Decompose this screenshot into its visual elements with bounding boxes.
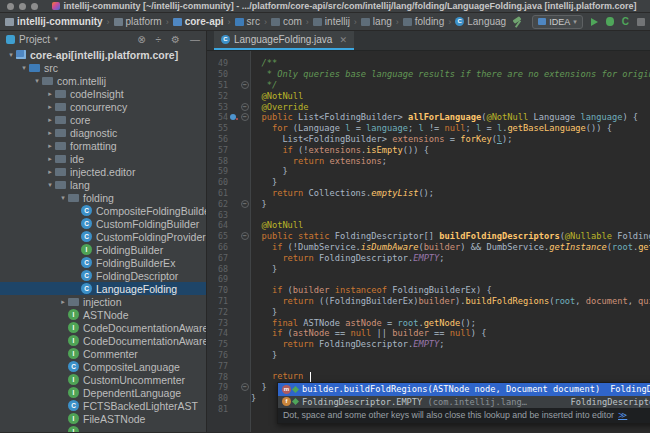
code-line-56[interactable]: 56 List<FoldingBuilder> extensions = for… — [207, 134, 650, 145]
fold-marker-icon[interactable]: − — [238, 103, 251, 111]
code-line-72[interactable]: 72 } — [207, 306, 650, 317]
expand-arrow-icon[interactable]: ▸ — [45, 155, 55, 163]
tab-languagefolding-java[interactable]: C LanguageFolding.java ✕ — [214, 31, 354, 50]
breadcrumb-item-folding[interactable]: folding — [403, 16, 444, 27]
breadcrumb-item-intellij[interactable]: intellij — [313, 16, 350, 27]
code-line-70[interactable]: 70 if (builder instanceof FoldingBuilder… — [207, 285, 650, 296]
expand-arrow-icon[interactable]: ▸ — [45, 103, 55, 111]
tree-item-FCTSBackedLighterAST[interactable]: CFCTSBackedLighterAST — [0, 399, 206, 412]
tree-item-ASTNode[interactable]: IASTNode — [0, 308, 206, 321]
code-line-75[interactable]: 75 return FoldingDescriptor.EMPTY; — [207, 339, 650, 350]
tree-item-FileASTNode[interactable]: IFileASTNode — [0, 412, 206, 425]
tree-item-lang[interactable]: ▾lang — [0, 178, 206, 191]
hide-panel-icon[interactable]: — — [190, 34, 200, 45]
expand-arrow-icon[interactable]: ▸ — [45, 90, 55, 98]
debug-icon[interactable] — [606, 17, 614, 26]
code-line-54[interactable]: 54− public List<FoldingBuilder> allForLa… — [207, 112, 650, 123]
code-editor[interactable]: 49 /**50 * Only queries base language re… — [207, 51, 650, 432]
code-line-52[interactable]: 52 @NotNull — [207, 90, 650, 101]
breadcrumb-item-lang[interactable]: lang — [361, 16, 392, 27]
tree-item-ide[interactable]: ▸ide — [0, 152, 206, 165]
tree-item-LanguageFolding[interactable]: CLanguageFolding — [0, 282, 206, 295]
tree-item-clipped[interactable]: I — [0, 425, 206, 432]
minimize-button[interactable] — [19, 3, 26, 10]
code-line-66[interactable]: 66 if (!DumbService.isDumbAware(builder)… — [207, 242, 650, 253]
tree-item-FoldingBuilderEx[interactable]: CFoldingBuilderEx — [0, 256, 206, 269]
run-icon[interactable] — [591, 18, 598, 26]
tree-item-CompositeLanguage[interactable]: CCompositeLanguage — [0, 360, 206, 373]
tree-item-FoldingBuilder[interactable]: IFoldingBuilder — [0, 243, 206, 256]
code-line-53[interactable]: 53− @Override — [207, 101, 650, 112]
expand-arrow-icon[interactable]: ▸ — [45, 142, 55, 150]
tree-item-codeInsight[interactable]: ▸codeInsight — [0, 87, 206, 100]
collapse-arrow-icon[interactable]: ▾ — [45, 181, 55, 189]
code-line-77[interactable]: 77 — [207, 360, 650, 371]
tree-item-CompositeFoldingBuilder[interactable]: CCompositeFoldingBuilder — [0, 204, 206, 217]
tree-item-CodeDocumentationAwareCo[interactable]: ICodeDocumentationAwareCo — [0, 334, 206, 347]
tree-item-CustomFoldingBuilder[interactable]: CCustomFoldingBuilder — [0, 217, 206, 230]
close-tab-icon[interactable]: ✕ — [339, 35, 347, 45]
code-line-71[interactable]: 71 return ((FoldingBuilderEx)builder).bu… — [207, 296, 650, 307]
run-configuration-select[interactable]: IDEA ▾ — [532, 15, 583, 29]
completion-item[interactable]: fFoldingDescriptor.EMPTY (com.intellij.l… — [278, 396, 650, 409]
code-line-69[interactable]: 69 — [207, 274, 650, 285]
project-view-chevron-icon[interactable]: ▾ — [54, 35, 58, 43]
tree-item-injected.editor[interactable]: ▸injected.editor — [0, 165, 206, 178]
tree-item-CustomFoldingProvider[interactable]: CCustomFoldingProvider — [0, 230, 206, 243]
code-line-49[interactable]: 49 /** — [207, 58, 650, 69]
expand-arrow-icon[interactable]: ▸ — [45, 116, 55, 124]
expand-arrow-icon[interactable]: ▸ — [58, 298, 68, 306]
code-line-76[interactable]: 76 } — [207, 350, 650, 361]
breadcrumb-item-platform[interactable]: platform — [114, 16, 162, 27]
coverage-icon[interactable]: C — [622, 17, 629, 27]
code-line-60[interactable]: 60 } — [207, 177, 650, 188]
code-line-68[interactable]: 68 } — [207, 263, 650, 274]
tree-item-core-api[interactable]: ▾core-api [intellij.platform.core] — [0, 48, 206, 61]
tree-item-src[interactable]: ▾src — [0, 61, 206, 74]
tree-item-CodeDocumentationAwareCo[interactable]: ICodeDocumentationAwareCo — [0, 321, 206, 334]
build-hammer-icon[interactable] — [512, 16, 524, 28]
code-line-58[interactable]: 58 return extensions; — [207, 155, 650, 166]
fold-marker-icon[interactable]: − — [238, 200, 251, 208]
code-line-64[interactable]: 64 @NotNull — [207, 220, 650, 231]
tree-item-diagnostic[interactable]: ▸diagnostic — [0, 126, 206, 139]
tree-item-com.intellij[interactable]: ▾com.intellij — [0, 74, 206, 87]
code-line-78[interactable]: 78 return — [207, 371, 650, 382]
breadcrumb-item-intellij-community[interactable]: intellij-community — [5, 16, 103, 27]
tree-item-concurrency[interactable]: ▸concurrency — [0, 100, 206, 113]
breadcrumb-item-LanguageFolding[interactable]: CLanguageFolding — [455, 16, 506, 27]
code-line-63[interactable]: 63 — [207, 209, 650, 220]
code-line-67[interactable]: 67 return FoldingDescriptor.EMPTY; — [207, 252, 650, 263]
breadcrumb-item-core-api[interactable]: core-api — [173, 16, 224, 27]
locate-file-icon[interactable]: ⊗ — [137, 34, 145, 45]
completion-more-link[interactable]: ≫ — [618, 410, 627, 420]
collapse-arrow-icon[interactable]: ▾ — [58, 194, 68, 202]
tree-item-injection[interactable]: ▸injection — [0, 295, 206, 308]
completion-item[interactable]: mbuilder.buildFoldRegions(ASTNode node, … — [278, 383, 650, 396]
fold-marker-icon[interactable]: − — [238, 113, 251, 121]
tree-item-formatting[interactable]: ▸formatting — [0, 139, 206, 152]
collapse-arrow-icon[interactable]: ▾ — [19, 64, 29, 72]
close-button[interactable] — [7, 3, 14, 10]
fold-marker-icon[interactable]: − — [238, 383, 251, 391]
collapse-all-icon[interactable]: ÷ — [156, 34, 162, 45]
expand-arrow-icon[interactable]: ▸ — [45, 168, 55, 176]
code-line-50[interactable]: 50 * Only queries base language results … — [207, 69, 650, 80]
collapse-arrow-icon[interactable]: ▾ — [32, 77, 42, 85]
code-line-51[interactable]: 51− */ — [207, 80, 650, 91]
code-line-55[interactable]: 55 for (Language l = language; l != null… — [207, 123, 650, 134]
code-line-62[interactable]: 62− } — [207, 198, 650, 209]
settings-gear-icon[interactable]: ⚙ — [171, 34, 180, 45]
tree-item-folding[interactable]: ▾folding — [0, 191, 206, 204]
tree-item-Commenter[interactable]: ICommenter — [0, 347, 206, 360]
tree-item-core[interactable]: ▸core — [0, 113, 206, 126]
code-line-65[interactable]: 65− public static FoldingDescriptor[] bu… — [207, 231, 650, 242]
tree-item-CustomUncommenter[interactable]: ICustomUncommenter — [0, 373, 206, 386]
fold-marker-icon[interactable]: − — [238, 232, 251, 240]
breadcrumb-item-com[interactable]: com — [271, 16, 302, 27]
collapse-arrow-icon[interactable]: ▾ — [6, 51, 16, 59]
tree-item-DependentLanguage[interactable]: IDependentLanguage — [0, 386, 206, 399]
code-line-57[interactable]: 57 if (!extensions.isEmpty()) { — [207, 144, 650, 155]
fold-marker-icon[interactable]: − — [238, 81, 251, 89]
breadcrumb-item-src[interactable]: src — [235, 16, 260, 27]
